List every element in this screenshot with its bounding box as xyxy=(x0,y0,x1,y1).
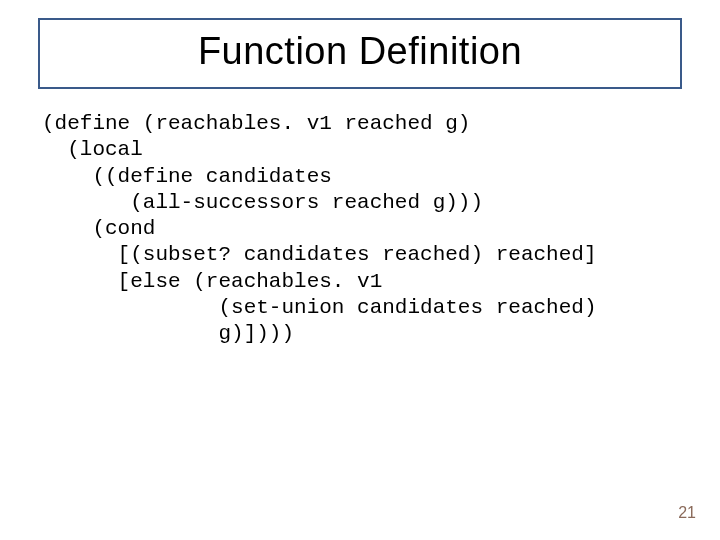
code-line: ((define candidates xyxy=(42,165,332,188)
code-line: [(subset? candidates reached) reached] xyxy=(42,243,597,266)
code-line: (all-successors reached g))) xyxy=(42,191,483,214)
code-line: (local xyxy=(42,138,143,161)
code-line: [else (reachables. v1 xyxy=(42,270,382,293)
page-number: 21 xyxy=(678,504,696,522)
title-box: Function Definition xyxy=(38,18,682,89)
slide: Function Definition (define (reachables.… xyxy=(0,0,720,540)
code-line: (define (reachables. v1 reached g) xyxy=(42,112,470,135)
code-line: (set-union candidates reached) xyxy=(42,296,597,319)
code-line: (cond xyxy=(42,217,155,240)
code-line: g)]))) xyxy=(42,322,294,345)
code-block: (define (reachables. v1 reached g) (loca… xyxy=(38,111,682,347)
slide-title: Function Definition xyxy=(40,30,680,73)
